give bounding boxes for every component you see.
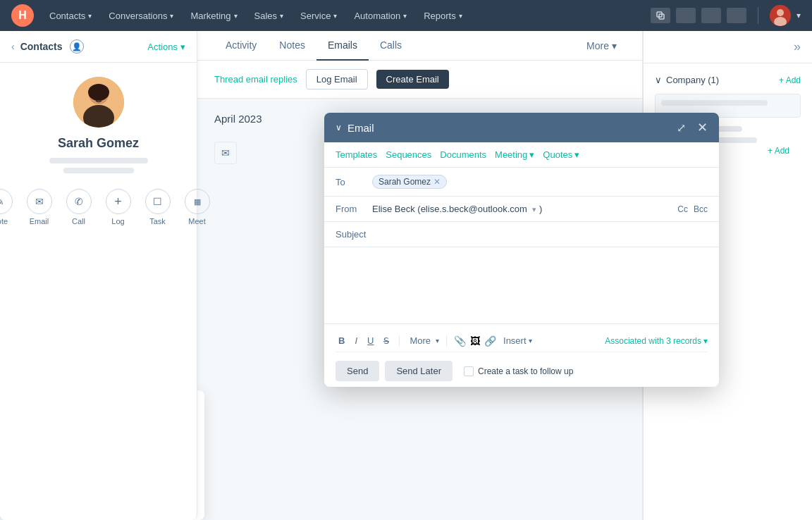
email-icon: ✉ <box>27 189 52 214</box>
tab-calls[interactable]: Calls <box>369 31 413 61</box>
subject-input[interactable] <box>372 229 708 240</box>
log-action[interactable]: + Log <box>106 189 131 225</box>
nav-marketing[interactable]: Marketing ▾ <box>183 8 244 24</box>
tab-activity[interactable]: Activity <box>214 31 268 61</box>
task-label: Task <box>149 217 166 225</box>
send-button[interactable]: Send <box>336 361 379 381</box>
top-navigation: H Contacts ▾ Conversations ▾ Marketing ▾… <box>0 0 812 31</box>
contact-avatar <box>73 77 124 128</box>
sequences-button[interactable]: Sequences <box>386 149 431 160</box>
format-separator-2 <box>446 335 447 347</box>
actions-button[interactable]: Actions ▾ <box>147 42 185 52</box>
email-label: Email <box>30 217 49 225</box>
nav-settings-icon[interactable] <box>701 8 721 23</box>
meet-action[interactable]: ▦ Meet <box>185 189 210 225</box>
follow-up-label: Create a task to follow up <box>478 366 573 376</box>
company-title[interactable]: ∨ Company (1) <box>655 75 719 85</box>
format-separator <box>399 335 400 347</box>
hubspot-logo[interactable]: H <box>11 4 34 27</box>
documents-button[interactable]: Documents <box>440 149 486 160</box>
modal-body: To Sarah Gomez ✕ From Elise Beck (elise.… <box>324 168 719 323</box>
meet-icon: ▦ <box>185 189 210 214</box>
user-menu-chevron[interactable]: ▾ <box>796 11 801 20</box>
compose-area[interactable] <box>324 247 719 323</box>
nav-help-icon[interactable] <box>676 8 696 23</box>
italic-button[interactable]: I <box>352 334 360 347</box>
follow-up-checkbox[interactable] <box>464 366 474 376</box>
associated-link[interactable]: Associated with 3 records ▾ <box>605 336 708 346</box>
contact-detail-placeholder <box>63 168 134 173</box>
company-section-header: ∨ Company (1) + Add <box>655 75 801 85</box>
nav-reports[interactable]: Reports ▾ <box>417 8 469 24</box>
right-panel-header: » <box>644 31 812 63</box>
chevron-down-icon: ▾ <box>403 12 407 20</box>
send-actions-row: Send Send Later Create a task to follow … <box>336 358 708 381</box>
tab-more[interactable]: More ▾ <box>578 32 625 60</box>
templates-button[interactable]: Templates <box>336 149 377 160</box>
contact-panel: ‹ Contacts 👤 Actions ▾ <box>0 31 197 520</box>
image-icon[interactable]: 🖼 <box>470 335 480 347</box>
contact-header: ‹ Contacts 👤 Actions ▾ <box>0 31 197 63</box>
nav-search-icon[interactable] <box>651 8 670 23</box>
call-label: Call <box>72 217 85 225</box>
subject-label: Subject <box>336 229 364 240</box>
actions-chevron-icon: ▾ <box>180 42 185 52</box>
chevron-down-icon: ▾ <box>234 12 238 20</box>
contact-action-icons: ✎ Note ✉ Email ✆ Call + Log ☐ Task <box>0 189 216 225</box>
cc-button[interactable]: Cc <box>677 204 688 214</box>
remove-recipient-button[interactable]: ✕ <box>433 177 441 187</box>
tab-emails[interactable]: Emails <box>316 31 369 61</box>
strikethrough-button[interactable]: S̶ <box>381 334 392 347</box>
create-email-button[interactable]: Create Email <box>376 70 449 89</box>
meeting-button[interactable]: Meeting ▾ <box>495 149 534 160</box>
call-icon: ✆ <box>66 189 92 214</box>
more-format-button[interactable]: More ▾ <box>407 334 439 347</box>
quotes-button[interactable]: Quotes ▾ <box>543 149 579 160</box>
modal-close-button[interactable]: ✕ <box>697 120 708 135</box>
back-button[interactable]: ‹ <box>11 41 15 52</box>
log-email-button[interactable]: Log Email <box>306 69 368 89</box>
more-chevron-icon: ▾ <box>612 40 617 51</box>
expand-icon[interactable]: » <box>794 39 801 54</box>
to-recipient-tag: Sarah Gomez ✕ <box>372 175 447 189</box>
link-icon[interactable]: 🔗 <box>484 335 496 347</box>
note-action[interactable]: ✎ Note <box>0 189 13 225</box>
thread-email-link[interactable]: Thread email replies <box>214 74 297 85</box>
call-action[interactable]: ✆ Call <box>66 189 92 225</box>
email-compose-modal: ∨ Email ⤢ ✕ Templates Sequences Document… <box>324 113 719 387</box>
nav-automation[interactable]: Automation ▾ <box>347 8 414 24</box>
modal-header: ∨ Email ⤢ ✕ <box>324 113 719 142</box>
nav-conversations[interactable]: Conversations ▾ <box>102 8 180 24</box>
attachment-icon[interactable]: 📎 <box>454 335 466 347</box>
chevron-down-icon: ▾ <box>88 12 92 20</box>
from-value: Elise Beck (elise.s.beck@outlook.com ▾ ) <box>372 204 669 214</box>
send-later-button[interactable]: Send Later <box>385 361 453 381</box>
contact-profile: Sarah Gomez ✎ Note ✉ Email ✆ Call + <box>0 63 197 237</box>
to-label: To <box>336 177 364 187</box>
follow-up-checkbox-area: Create a task to follow up <box>464 366 573 376</box>
bcc-button[interactable]: Bcc <box>694 204 708 214</box>
modal-collapse-icon[interactable]: ∨ <box>336 123 342 132</box>
email-timeline-icon: ✉ <box>214 142 237 164</box>
nav-service[interactable]: Service ▾ <box>293 8 344 24</box>
to-field-row: To Sarah Gomez ✕ <box>324 168 719 197</box>
cc-bcc-buttons: Cc Bcc <box>677 204 708 214</box>
bold-button[interactable]: B <box>336 334 347 347</box>
email-action[interactable]: ✉ Email <box>27 189 52 225</box>
from-dropdown-icon[interactable]: ▾ <box>532 205 536 213</box>
user-avatar[interactable] <box>770 5 791 26</box>
underline-button[interactable]: U <box>364 334 376 347</box>
modal-toolbar: Templates Sequences Documents Meeting ▾ … <box>324 142 719 168</box>
compose-textarea[interactable] <box>336 256 708 312</box>
nav-sales[interactable]: Sales ▾ <box>247 8 291 24</box>
insert-button[interactable]: Insert ▾ <box>503 335 532 346</box>
associated-chevron-icon: ▾ <box>703 336 708 346</box>
task-action[interactable]: ☐ Task <box>145 189 171 225</box>
modal-expand-icon[interactable]: ⤢ <box>677 121 686 135</box>
chevron-down-icon: ▾ <box>333 12 337 20</box>
insert-chevron-icon: ▾ <box>529 337 532 345</box>
nav-contacts[interactable]: Contacts ▾ <box>42 8 99 24</box>
nav-notifications-icon[interactable] <box>727 8 746 23</box>
tab-notes[interactable]: Notes <box>268 31 316 61</box>
company-add-link[interactable]: + Add <box>779 75 801 85</box>
